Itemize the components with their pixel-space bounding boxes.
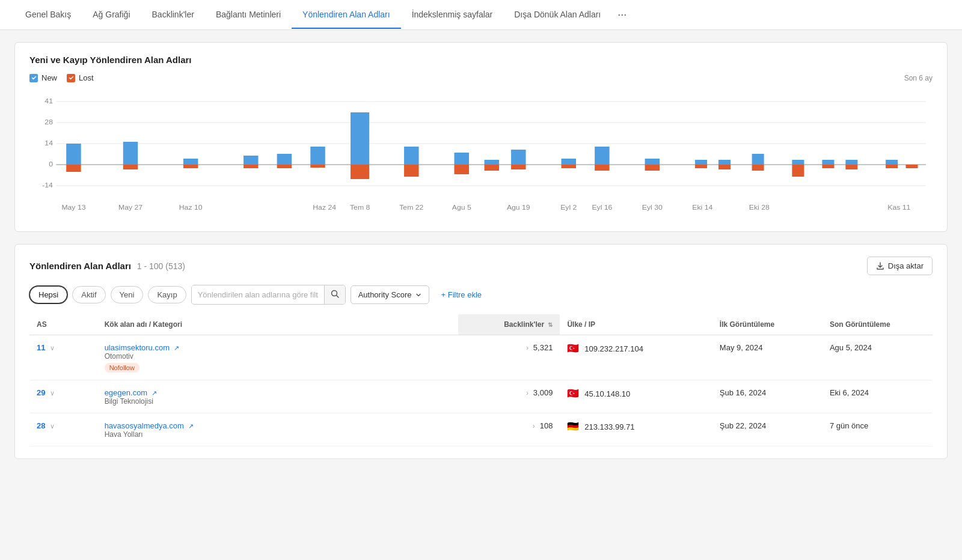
svg-text:Tem 8: Tem 8 bbox=[350, 204, 370, 211]
nav-ag-grafigi[interactable]: Ağ Grafiği bbox=[82, 1, 141, 29]
svg-text:May 13: May 13 bbox=[61, 204, 85, 211]
svg-text:28: 28 bbox=[44, 118, 53, 126]
nav-genel-bakis[interactable]: Genel Bakış bbox=[14, 1, 82, 29]
as-value: 11 bbox=[37, 343, 45, 352]
svg-text:0: 0 bbox=[49, 160, 53, 168]
country-cell: 🇩🇪 213.133.99.71 bbox=[560, 413, 712, 446]
backlinks-expand-icon[interactable]: › bbox=[533, 422, 535, 430]
bar-new-0 bbox=[66, 144, 81, 165]
nav-more-button[interactable]: ··· bbox=[611, 0, 633, 29]
table-head: AS Kök alan adı / Kategori Backlink'ler … bbox=[29, 314, 933, 335]
search-icon bbox=[331, 290, 339, 298]
bar-lost-1 bbox=[123, 165, 138, 169]
bar-lost-14 bbox=[886, 165, 898, 168]
first-seen-date: May 9, 2024 bbox=[720, 343, 763, 352]
backlinks-cell: › 3,009 bbox=[458, 380, 560, 413]
svg-text:Eyl 16: Eyl 16 bbox=[592, 204, 612, 211]
ip-address: 213.133.99.71 bbox=[584, 422, 634, 431]
time-range-label: Son 6 ay bbox=[904, 74, 933, 82]
svg-text:May 27: May 27 bbox=[118, 204, 142, 211]
bar-lost-11b bbox=[718, 165, 731, 169]
tab-aktif[interactable]: Aktif bbox=[72, 286, 105, 303]
bar-lost-8 bbox=[562, 165, 576, 168]
backlinks-expand-icon[interactable]: › bbox=[526, 344, 528, 352]
bar-lost-12 bbox=[752, 165, 764, 171]
svg-text:Haz 24: Haz 24 bbox=[313, 204, 336, 211]
first-seen-cell: May 9, 2024 bbox=[712, 335, 823, 380]
bar-lost-9 bbox=[595, 165, 609, 171]
nav-disa-donuk[interactable]: Dışa Dönük Alan Adları bbox=[503, 1, 611, 29]
chevron-down-icon bbox=[415, 292, 421, 298]
last-seen-cell: 7 gün önce bbox=[823, 413, 933, 446]
category-text: Hava Yolları bbox=[105, 430, 452, 439]
bar-new-3 bbox=[244, 156, 258, 165]
nav-backlinks[interactable]: Backlink'ler bbox=[141, 1, 205, 29]
as-expand-icon[interactable]: ∨ bbox=[50, 389, 55, 397]
chart-title: Yeni ve Kayıp Yönlendiren Alan Adları bbox=[29, 55, 933, 65]
country-cell: 🇹🇷 109.232.217.104 bbox=[560, 335, 712, 380]
domain-cell: ulasimsektoru.com ↗ Otomotiv Nofollow bbox=[97, 335, 459, 380]
bar-new-8 bbox=[562, 159, 576, 165]
tab-kayip[interactable]: Kayıp bbox=[148, 286, 186, 303]
bar-new-12 bbox=[752, 154, 764, 165]
category-text: Bilgi Teknolojisi bbox=[105, 397, 452, 406]
country-flag: 🇹🇷 bbox=[567, 343, 579, 353]
bar-new-11 bbox=[695, 160, 707, 165]
main-content: Yeni ve Kayıp Yönlendiren Alan Adları Ne… bbox=[0, 30, 962, 471]
as-expand-icon[interactable]: ∨ bbox=[50, 344, 55, 352]
nofollow-badge: Nofollow bbox=[105, 363, 139, 373]
tab-hepsi[interactable]: Hepsi bbox=[29, 286, 67, 303]
bar-lost-11 bbox=[695, 165, 707, 168]
chart-section: Yeni ve Kayıp Yönlendiren Alan Adları Ne… bbox=[14, 42, 948, 232]
backlinks-cell: › 108 bbox=[458, 413, 560, 446]
last-seen-date: Agu 5, 2024 bbox=[830, 343, 872, 352]
external-link-icon: ↗ bbox=[152, 389, 157, 397]
bar-new-13b bbox=[822, 160, 834, 165]
svg-text:-14: -14 bbox=[42, 181, 53, 189]
export-button[interactable]: Dışa aktar bbox=[867, 257, 933, 275]
table-section: Yönlendiren Alan Adları 1 - 100 (513) Dı… bbox=[14, 244, 948, 459]
bar-lost-3b bbox=[277, 165, 292, 168]
bar-lost-4 bbox=[351, 165, 369, 179]
bar-lost-3c bbox=[310, 165, 325, 168]
bar-new-3b bbox=[277, 154, 292, 165]
search-submit-button[interactable] bbox=[324, 285, 345, 304]
legend-lost-checkbox bbox=[67, 74, 75, 82]
external-link-icon: ↗ bbox=[188, 422, 194, 430]
as-cell: 11 ∨ bbox=[29, 335, 97, 380]
col-header-first-seen: İlk Görüntüleme bbox=[712, 314, 823, 335]
tab-yeni[interactable]: Yeni bbox=[111, 286, 144, 303]
bar-new-1 bbox=[123, 142, 138, 165]
bar-new-11b bbox=[718, 160, 731, 165]
bar-lost-10 bbox=[645, 165, 660, 171]
as-expand-icon[interactable]: ∨ bbox=[50, 422, 55, 430]
bar-new-4 bbox=[351, 112, 369, 165]
svg-text:Eyl 30: Eyl 30 bbox=[642, 204, 663, 211]
bar-new-2 bbox=[183, 159, 198, 165]
legend-new-checkbox bbox=[29, 74, 38, 82]
bar-new-6b bbox=[485, 160, 499, 165]
nav-indekslenmis[interactable]: İndekslenmiş sayfalar bbox=[401, 1, 504, 29]
authority-score-dropdown[interactable]: Authority Score bbox=[351, 285, 429, 304]
table-title-area: Yönlendiren Alan Adları 1 - 100 (513) bbox=[29, 261, 185, 271]
column-headers: AS Kök alan adı / Kategori Backlink'ler … bbox=[29, 314, 933, 335]
legend-lost[interactable]: Lost bbox=[67, 73, 94, 82]
domain-link[interactable]: egegen.com bbox=[105, 388, 148, 397]
chart-legend: New Lost Son 6 ay bbox=[29, 73, 933, 82]
backlinks-expand-icon[interactable]: › bbox=[526, 389, 528, 397]
legend-new[interactable]: New bbox=[29, 73, 57, 82]
chart-svg: 41 28 14 0 -14 bbox=[29, 90, 933, 222]
bar-new-6 bbox=[454, 153, 468, 165]
svg-text:Agu 19: Agu 19 bbox=[507, 204, 530, 211]
bar-new-5 bbox=[404, 147, 418, 165]
col-header-backlinks[interactable]: Backlink'ler ⇅ bbox=[458, 314, 560, 335]
domain-link[interactable]: ulasimsektoru.com bbox=[105, 343, 170, 352]
nav-baglanti-metinleri[interactable]: Bağlantı Metinleri bbox=[205, 1, 292, 29]
bar-new-7 bbox=[511, 150, 525, 165]
nav-yonlendiren-alan-adlari[interactable]: Yönlendiren Alan Adları bbox=[292, 1, 401, 29]
add-filter-button[interactable]: + Filtre ekle bbox=[434, 286, 489, 303]
last-seen-cell: Eki 6, 2024 bbox=[823, 380, 933, 413]
domain-search-input[interactable] bbox=[192, 286, 324, 303]
svg-text:Tem 22: Tem 22 bbox=[399, 204, 423, 211]
domain-link[interactable]: havasosyalmedya.com bbox=[105, 421, 184, 430]
